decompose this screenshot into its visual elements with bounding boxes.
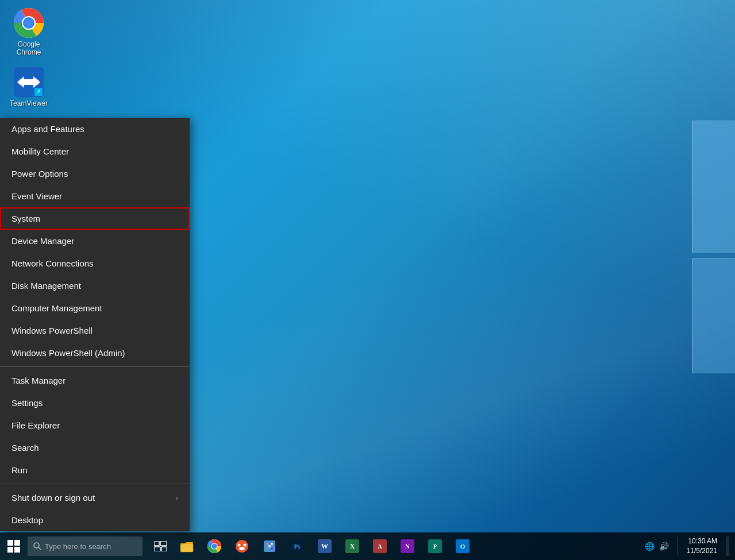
taskbar-file-explorer[interactable] <box>174 532 200 560</box>
svg-point-25 <box>244 544 247 547</box>
menu-item-desktop[interactable]: Desktop <box>0 509 190 531</box>
taskbar-outlook[interactable]: O <box>449 532 476 560</box>
taskbar: Type here to search <box>0 532 735 560</box>
shut-down-arrow-icon: › <box>176 494 178 502</box>
file-explorer-icon <box>180 540 194 553</box>
svg-rect-18 <box>180 543 193 552</box>
menu-item-system[interactable]: System <box>0 207 190 230</box>
taskbar-system-tray: 🌐 🔊 10:30 AM 11/5/2021 <box>645 536 735 556</box>
menu-item-file-explorer[interactable]: File Explorer <box>0 414 190 437</box>
publisher-icon: P <box>428 539 442 553</box>
menu-item-windows-powershell[interactable]: Windows PowerShell <box>0 319 190 342</box>
tray-divider <box>678 538 678 555</box>
taskbar-search-placeholder: Type here to search <box>45 542 111 551</box>
svg-point-26 <box>239 547 245 550</box>
taskbar-clock[interactable]: 10:30 AM 11/5/2021 <box>687 536 717 556</box>
menu-item-settings[interactable]: Settings <box>0 392 190 414</box>
svg-rect-16 <box>154 547 160 551</box>
google-chrome-icon[interactable]: Google Chrome <box>6 6 52 59</box>
menu-item-device-manager[interactable]: Device Manager <box>0 230 190 252</box>
taskbar-publisher[interactable]: P <box>422 532 448 560</box>
desktop: Google Chrome ↗ TeamViewer <box>0 0 735 560</box>
task-view-icon <box>154 541 167 551</box>
network-icon[interactable]: 🌐 <box>645 542 655 551</box>
menu-item-event-viewer[interactable]: Event Viewer <box>0 185 190 207</box>
windows-logo-icon <box>7 540 20 553</box>
right-decoration-bottom <box>692 258 735 373</box>
svg-rect-15 <box>160 541 167 546</box>
menu-item-network-connections[interactable]: Network Connections <box>0 252 190 275</box>
menu-item-windows-powershell-admin[interactable]: Windows PowerShell (Admin) <box>0 342 190 364</box>
taskbar-excel[interactable]: X <box>339 532 365 560</box>
taskbar-photoshop[interactable]: Ps <box>284 532 310 560</box>
teamviewer-label: TeamViewer <box>10 99 48 107</box>
svg-marker-6 <box>17 76 24 88</box>
svg-point-32 <box>268 545 271 547</box>
chrome-taskbar-icon <box>207 539 221 553</box>
svg-rect-14 <box>154 541 159 546</box>
taskbar-task-view[interactable] <box>147 532 174 560</box>
desktop-icon-area: Google Chrome ↗ TeamViewer <box>6 6 52 110</box>
volume-icon[interactable]: 🔊 <box>659 542 669 551</box>
menu-item-disk-management[interactable]: Disk Management <box>0 275 190 297</box>
menu-item-computer-management[interactable]: Computer Management <box>0 297 190 319</box>
svg-point-29 <box>271 543 273 545</box>
svg-point-22 <box>212 544 217 549</box>
access-icon: A <box>373 539 387 553</box>
svg-point-30 <box>266 547 268 550</box>
right-decoration-top <box>692 121 735 253</box>
menu-divider-2 <box>0 484 190 484</box>
teamviewer-desktop-icon[interactable]: ↗ TeamViewer <box>6 65 52 110</box>
clock-date: 11/5/2021 <box>687 546 717 556</box>
svg-rect-8 <box>7 540 13 546</box>
paint-icon <box>263 539 276 553</box>
menu-divider-1 <box>0 366 190 367</box>
svg-rect-11 <box>14 547 20 553</box>
onenote-icon: N <box>401 539 414 553</box>
show-desktop-button[interactable] <box>726 536 729 556</box>
svg-rect-17 <box>161 547 167 551</box>
menu-item-apps-features[interactable]: Apps and Features <box>0 118 190 140</box>
svg-point-4 <box>24 18 33 28</box>
search-icon <box>33 542 41 550</box>
word-icon: W <box>318 539 332 553</box>
menu-item-task-manager[interactable]: Task Manager <box>0 369 190 392</box>
taskbar-access[interactable]: A <box>367 532 393 560</box>
svg-point-12 <box>34 543 39 548</box>
svg-point-28 <box>266 543 268 545</box>
taskbar-search-box[interactable]: Type here to search <box>28 536 143 556</box>
taskbar-paint[interactable] <box>256 532 283 560</box>
ps-icon: Ps <box>290 539 304 553</box>
taskbar-word[interactable]: W <box>311 532 338 560</box>
svg-point-24 <box>238 544 241 547</box>
menu-item-search[interactable]: Search <box>0 437 190 459</box>
media-icon <box>235 539 249 553</box>
start-button[interactable] <box>0 532 28 560</box>
svg-point-31 <box>271 547 273 550</box>
menu-item-run[interactable]: Run <box>0 459 190 481</box>
clock-time: 10:30 AM <box>687 536 717 546</box>
taskbar-tray-icons: 🌐 🔊 <box>645 542 669 551</box>
menu-item-shut-down[interactable]: Shut down or sign out › <box>0 486 190 509</box>
taskbar-onenote[interactable]: N <box>394 532 421 560</box>
excel-icon: X <box>345 539 359 553</box>
menu-item-power-options[interactable]: Power Options <box>0 163 190 185</box>
taskbar-media[interactable] <box>229 532 255 560</box>
svg-rect-10 <box>7 547 13 553</box>
taskbar-pinned-items: Ps W X A <box>174 532 476 560</box>
svg-marker-7 <box>33 76 40 88</box>
chrome-label: Google Chrome <box>8 40 49 57</box>
context-menu: Apps and Features Mobility Center Power … <box>0 118 190 531</box>
svg-rect-9 <box>14 540 20 546</box>
menu-item-mobility-center[interactable]: Mobility Center <box>0 140 190 163</box>
svg-line-13 <box>39 547 41 550</box>
svg-point-23 <box>236 540 248 553</box>
taskbar-chrome[interactable] <box>201 532 228 560</box>
outlook-icon: O <box>456 539 470 553</box>
